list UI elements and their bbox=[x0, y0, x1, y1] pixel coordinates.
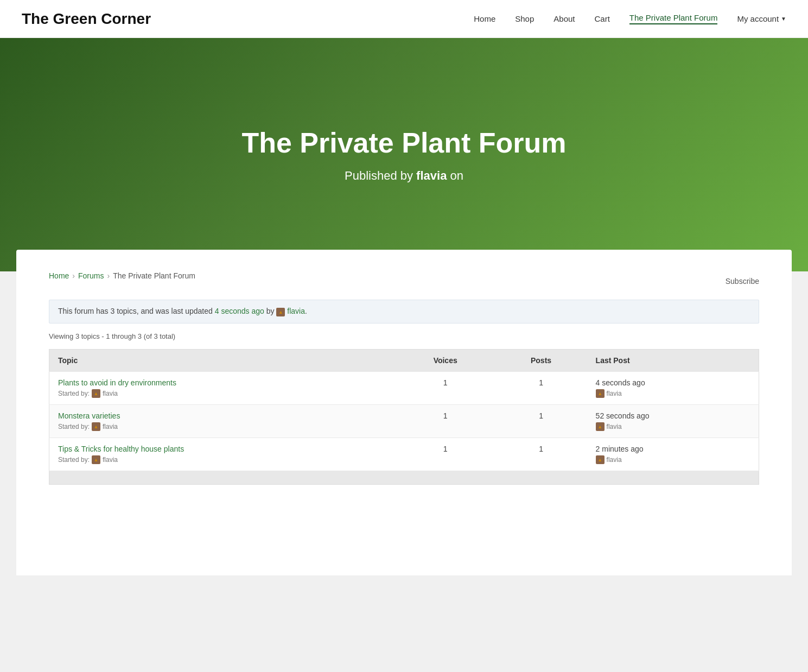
forum-title: The Private Plant Forum bbox=[241, 126, 566, 159]
breadcrumb: Home › Forums › The Private Plant Forum bbox=[49, 271, 195, 280]
last-post-username[interactable]: flavia bbox=[607, 390, 622, 397]
posts-cell: 1 bbox=[495, 438, 587, 471]
table-row: Tips & Tricks for healthy house plants S… bbox=[49, 438, 759, 471]
last-post-time: 2 minutes ago bbox=[596, 445, 644, 453]
last-post-user: ▲ flavia bbox=[596, 389, 750, 398]
topic-cell: Plants to avoid in dry environments Star… bbox=[49, 372, 396, 405]
breadcrumb-current: The Private Plant Forum bbox=[113, 271, 195, 280]
user-avatar-icon: ▲ bbox=[92, 455, 100, 464]
col-topic: Topic bbox=[49, 350, 396, 372]
user-avatar-icon: ▲ bbox=[92, 422, 100, 431]
started-by-user[interactable]: flavia bbox=[103, 423, 118, 430]
last-post-cell: 4 seconds ago ▲ flavia bbox=[587, 372, 759, 405]
last-post-cell: 52 seconds ago ▲ flavia bbox=[587, 405, 759, 438]
breadcrumb-separator-2: › bbox=[107, 271, 110, 280]
nav-cart[interactable]: Cart bbox=[594, 14, 609, 23]
posts-cell: 1 bbox=[495, 372, 587, 405]
table-footer-row bbox=[49, 471, 759, 485]
table-body: Plants to avoid in dry environments Star… bbox=[49, 372, 759, 485]
col-voices: Voices bbox=[396, 350, 495, 372]
last-post-time: 4 seconds ago bbox=[596, 378, 645, 387]
table-footer-cell bbox=[49, 471, 759, 485]
site-header: The Green Corner Home Shop About Cart Th… bbox=[0, 0, 808, 38]
forum-last-updated-time[interactable]: 4 seconds ago bbox=[215, 307, 264, 315]
voices-cell: 1 bbox=[396, 405, 495, 438]
nav-private-plant-forum[interactable]: The Private Plant Forum bbox=[629, 13, 718, 24]
topic-cell: Tips & Tricks for healthy house plants S… bbox=[49, 438, 396, 471]
forum-last-author[interactable]: flavia bbox=[287, 307, 305, 315]
forum-table: Topic Voices Posts Last Post Plants to a… bbox=[49, 349, 759, 485]
last-post-username[interactable]: flavia bbox=[607, 456, 622, 464]
user-avatar-icon: ▲ bbox=[596, 455, 605, 464]
last-post-time: 52 seconds ago bbox=[596, 411, 650, 420]
site-logo[interactable]: The Green Corner bbox=[22, 10, 151, 28]
posts-cell: 1 bbox=[495, 405, 587, 438]
user-avatar-icon: ▲ bbox=[596, 422, 605, 431]
breadcrumb-home[interactable]: Home bbox=[49, 271, 69, 280]
main-nav: Home Shop About Cart The Private Plant F… bbox=[474, 13, 786, 24]
last-post-cell: 2 minutes ago ▲ flavia bbox=[587, 438, 759, 471]
started-by: Started by: ▲ flavia bbox=[58, 455, 387, 464]
table-row: Monstera varieties Started by: ▲ flavia … bbox=[49, 405, 759, 438]
table-header: Topic Voices Posts Last Post bbox=[49, 350, 759, 372]
user-avatar-icon: ▲ bbox=[92, 389, 100, 398]
last-post-user: ▲ flavia bbox=[596, 455, 750, 464]
breadcrumb-forums[interactable]: Forums bbox=[78, 271, 104, 280]
topic-link[interactable]: Tips & Tricks for healthy house plants bbox=[58, 445, 184, 453]
viewing-count: Viewing 3 topics - 1 through 3 (of 3 tot… bbox=[49, 332, 759, 340]
nav-shop[interactable]: Shop bbox=[515, 14, 534, 23]
breadcrumb-separator-1: › bbox=[72, 271, 75, 280]
started-by: Started by: ▲ flavia bbox=[58, 422, 387, 431]
content-area: Home › Forums › The Private Plant Forum … bbox=[16, 250, 792, 575]
user-avatar-small: ▲ bbox=[276, 308, 285, 316]
table-row: Plants to avoid in dry environments Star… bbox=[49, 372, 759, 405]
breadcrumb-row: Home › Forums › The Private Plant Forum … bbox=[49, 271, 759, 291]
topic-link[interactable]: Plants to avoid in dry environments bbox=[58, 378, 176, 387]
nav-my-account[interactable]: My account ▼ bbox=[737, 14, 786, 23]
col-last-post: Last Post bbox=[587, 350, 759, 372]
voices-cell: 1 bbox=[396, 372, 495, 405]
chevron-down-icon: ▼ bbox=[781, 16, 786, 22]
nav-home[interactable]: Home bbox=[474, 14, 495, 23]
voices-cell: 1 bbox=[396, 438, 495, 471]
topic-cell: Monstera varieties Started by: ▲ flavia bbox=[49, 405, 396, 438]
last-post-username[interactable]: flavia bbox=[607, 423, 622, 430]
subscribe-button[interactable]: Subscribe bbox=[726, 277, 759, 286]
col-posts: Posts bbox=[495, 350, 587, 372]
started-by-user[interactable]: flavia bbox=[103, 390, 118, 397]
topic-link[interactable]: Monstera varieties bbox=[58, 411, 120, 420]
forum-info-box: This forum has 3 topics, and was last up… bbox=[49, 300, 759, 324]
user-avatar-icon: ▲ bbox=[596, 389, 605, 398]
nav-about[interactable]: About bbox=[553, 14, 575, 23]
last-post-user: ▲ flavia bbox=[596, 422, 750, 431]
hero-section: The Private Plant Forum Published by fla… bbox=[0, 38, 808, 271]
started-by: Started by: ▲ flavia bbox=[58, 389, 387, 398]
hero-subtitle: Published by flavia on bbox=[345, 169, 463, 183]
started-by-user[interactable]: flavia bbox=[103, 456, 118, 464]
